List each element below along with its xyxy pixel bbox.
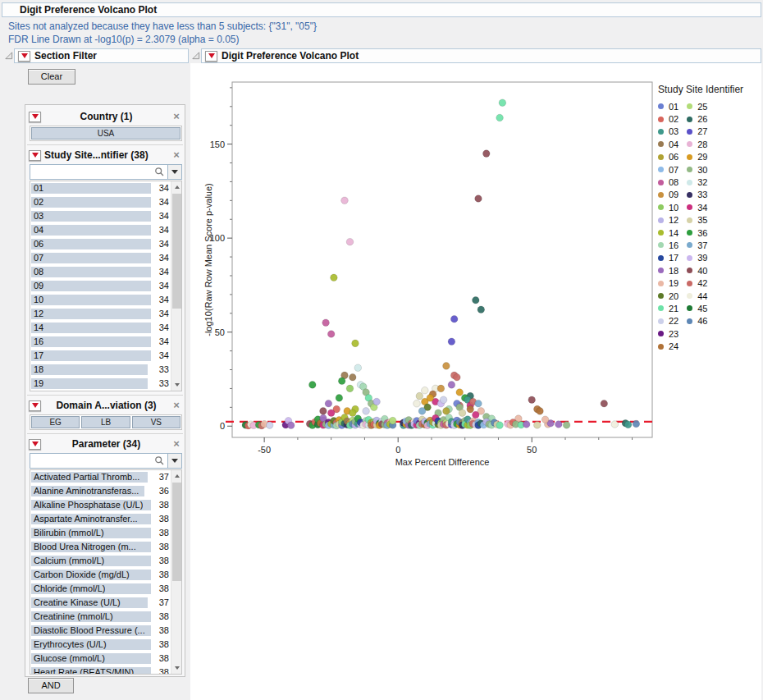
data-point[interactable] [496, 422, 504, 429]
list-item[interactable]: 0134 [30, 181, 171, 195]
scroll-down-icon[interactable] [171, 662, 182, 674]
data-point[interactable] [555, 421, 563, 428]
data-point[interactable] [475, 195, 482, 203]
legend-item-09[interactable]: 09 [658, 189, 678, 201]
domain-value-eg[interactable]: EG [31, 416, 80, 428]
list-item[interactable]: 1634 [30, 335, 171, 349]
legend-item-44[interactable]: 44 [687, 290, 707, 302]
data-point[interactable] [363, 408, 370, 415]
scroll-up-icon[interactable] [171, 181, 182, 193]
list-item[interactable]: Calcium (mmol/L)38 [30, 554, 171, 568]
data-point[interactable] [563, 422, 570, 429]
data-point[interactable] [350, 373, 357, 381]
data-point[interactable] [448, 382, 455, 389]
list-item[interactable]: 0634 [30, 237, 171, 251]
data-point[interactable] [422, 387, 429, 394]
data-point[interactable] [327, 331, 335, 338]
list-item[interactable]: Bilirubin (mmol/L)38 [30, 526, 171, 540]
legend-item-20[interactable]: 20 [658, 290, 678, 302]
data-point[interactable] [413, 400, 421, 408]
list-item[interactable]: 1933 [30, 377, 171, 391]
data-point[interactable] [389, 417, 396, 424]
parameter-search-dropdown-button[interactable] [168, 453, 182, 469]
list-item[interactable]: 0734 [30, 251, 171, 265]
legend-item-08[interactable]: 08 [658, 176, 678, 188]
legend-item-16[interactable]: 16 [658, 239, 678, 251]
scroll-up-icon[interactable] [171, 470, 182, 482]
legend-item-06[interactable]: 06 [658, 151, 678, 163]
legend-item-39[interactable]: 39 [687, 252, 707, 264]
data-point[interactable] [450, 315, 458, 323]
site-search-dropdown-button[interactable] [168, 164, 182, 180]
volcano-plot[interactable]: 050100150-50050Max Percent Difference-lo… [202, 74, 669, 492]
country-close-icon[interactable]: × [171, 111, 181, 122]
legend-item-28[interactable]: 28 [687, 138, 707, 150]
list-item[interactable]: Activated Partial Thromb...37 [30, 470, 171, 484]
list-item[interactable]: 1434 [30, 321, 171, 335]
data-point[interactable] [534, 422, 541, 429]
clear-button[interactable]: Clear [28, 69, 75, 85]
parameter-close-icon[interactable]: × [171, 438, 181, 450]
data-point[interactable] [454, 373, 461, 381]
parameter-search-input[interactable] [30, 456, 154, 466]
scroll-down-icon[interactable] [171, 379, 182, 391]
list-item[interactable]: Aspartate Aminotransfer...38 [30, 512, 171, 526]
country-menu-button[interactable] [29, 112, 41, 122]
legend-item-21[interactable]: 21 [658, 302, 678, 314]
data-point[interactable] [322, 319, 330, 327]
data-point[interactable] [475, 400, 482, 408]
data-point[interactable] [325, 400, 332, 408]
list-item[interactable]: Creatinine (mmol/L)38 [30, 610, 171, 624]
legend-item-03[interactable]: 03 [658, 126, 678, 138]
legend-item-24[interactable]: 24 [658, 340, 678, 352]
data-point[interactable] [354, 364, 362, 372]
list-item[interactable]: Carbon Dioxide (mg/dL)38 [30, 568, 171, 582]
legend-item-26[interactable]: 26 [687, 112, 707, 125]
domain-close-icon[interactable]: × [171, 400, 181, 411]
data-point[interactable] [528, 396, 536, 404]
legend-item-32[interactable]: 32 [687, 176, 707, 188]
domain-value-lb[interactable]: LB [81, 416, 130, 428]
data-point[interactable] [338, 377, 345, 385]
site-search-input[interactable] [30, 167, 154, 177]
disclosure-icon[interactable] [191, 51, 200, 60]
legend-item-36[interactable]: 36 [687, 226, 707, 239]
data-point[interactable] [459, 409, 466, 417]
domain-menu-button[interactable] [29, 400, 41, 411]
data-point[interactable] [537, 408, 544, 415]
data-point[interactable] [448, 338, 455, 345]
legend-item-18[interactable]: 18 [658, 264, 678, 277]
data-point[interactable] [418, 408, 426, 415]
scrollbar-thumb[interactable] [172, 194, 181, 309]
legend-item-19[interactable]: 19 [658, 277, 678, 289]
legend-item-04[interactable]: 04 [658, 138, 678, 150]
data-point[interactable] [496, 114, 504, 121]
data-point[interactable] [541, 416, 549, 423]
list-item[interactable]: 1034 [30, 293, 171, 307]
list-item[interactable]: Diastolic Blood Pressure (...38 [30, 624, 171, 638]
legend-item-01[interactable]: 01 [658, 100, 678, 112]
section-filter-menu-button[interactable] [18, 51, 30, 62]
data-point[interactable] [266, 422, 273, 429]
legend-item-22[interactable]: 22 [658, 315, 678, 327]
legend-item-33[interactable]: 33 [687, 189, 707, 201]
legend-item-35[interactable]: 35 [687, 214, 707, 226]
list-item[interactable]: Glucose (mmol/L)38 [30, 652, 171, 666]
scrollbar-thumb[interactable] [172, 483, 181, 581]
data-point[interactable] [440, 396, 447, 404]
data-point[interactable] [336, 395, 343, 402]
list-item[interactable]: 0434 [30, 223, 171, 237]
legend-item-30[interactable]: 30 [687, 163, 707, 176]
disclosure-icon[interactable] [4, 51, 13, 60]
country-value-usa[interactable]: USA [31, 127, 180, 140]
data-point[interactable] [287, 422, 295, 429]
data-point[interactable] [352, 340, 359, 347]
list-item[interactable]: Chloride (mmol/L)38 [30, 582, 171, 596]
legend-item-10[interactable]: 10 [658, 201, 678, 213]
data-point[interactable] [416, 392, 423, 400]
list-item[interactable]: Alanine Aminotransferas...36 [30, 484, 171, 498]
data-point[interactable] [499, 99, 506, 107]
parameter-menu-button[interactable] [29, 439, 41, 450]
data-point[interactable] [483, 150, 491, 158]
legend-item-02[interactable]: 02 [658, 112, 678, 125]
